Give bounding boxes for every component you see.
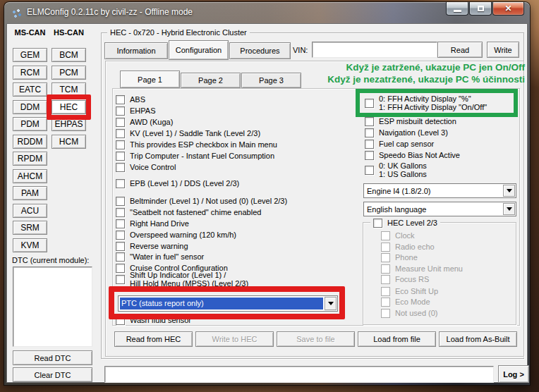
tab-page-1[interactable]: Page 1 — [120, 71, 180, 88]
ehpas-checkbox[interactable] — [116, 106, 125, 116]
overspeed-warning-checkbox[interactable] — [116, 231, 125, 240]
module-button-srm[interactable]: SRM — [13, 221, 47, 235]
module-button-ehpas[interactable]: EHPAS — [52, 117, 86, 131]
checkbox-row-right-hand-drive[interactable]: Right Hand Drive — [116, 218, 189, 229]
write-button[interactable]: Write — [487, 42, 519, 58]
read-button[interactable]: Read — [437, 42, 483, 58]
checkbox-row-abs[interactable]: ABS — [116, 94, 145, 105]
checkbox-row-kv-saddle-tank[interactable]: KV (Level 1) / Saddle Tank (Level 2/3) — [116, 128, 260, 139]
checkbox-row-gallons[interactable]: 0: UK Gallons 1: US Gallons — [365, 161, 427, 178]
clear-dtc-button[interactable]: Clear DTC — [13, 367, 92, 382]
checkbox-row-beltminder[interactable]: Beltminder (Level 1) / Not used (0) (Lev… — [116, 195, 287, 207]
tab-page-2[interactable]: Page 2 — [181, 73, 241, 88]
beltminder-checkbox[interactable] — [116, 197, 125, 206]
checkbox-row-trip-computer[interactable]: Trip Computer - Instant Fuel Consumption — [116, 150, 274, 161]
module-button-rddm[interactable]: RDDM — [13, 135, 47, 149]
shift-up-indicator-checkbox[interactable] — [116, 275, 125, 284]
phone-label: Phone — [395, 253, 418, 262]
checkbox-row-water-in-fuel[interactable]: "Water in fuel" sensor — [116, 251, 204, 262]
seatbelt-chime-checkbox[interactable] — [116, 208, 125, 217]
tab-information[interactable]: Information — [104, 42, 168, 59]
voice-control-checkbox[interactable] — [116, 163, 125, 172]
abs-checkbox[interactable] — [116, 95, 125, 104]
module-button-bcm[interactable]: BCM — [52, 48, 86, 62]
language-combobox-arrow[interactable] — [503, 203, 515, 215]
log-input[interactable] — [104, 366, 494, 383]
tab-configuration[interactable]: Configuration — [169, 40, 229, 60]
close-button[interactable]: ✕ — [492, 2, 524, 16]
right-hand-drive-checkbox[interactable] — [116, 219, 125, 228]
read-dtc-button[interactable]: Read DTC — [13, 350, 92, 365]
ffh-line-2: 1: FFH Activity Display "On/Off" — [379, 103, 487, 111]
load-from-as-built-button[interactable]: Load from As-Built — [439, 331, 517, 347]
checkbox-row-navigation[interactable]: Navigation (Level 3) — [365, 127, 448, 138]
module-button-tcm[interactable]: TCM — [52, 82, 86, 97]
checkbox-row-esp-misbuilt[interactable]: ESP misbuilt detection — [365, 116, 456, 127]
language-combobox[interactable]: English language — [363, 202, 516, 216]
kv-saddle-tank-checkbox[interactable] — [116, 129, 125, 138]
ptc-combobox[interactable]: PTC (status report only) — [118, 295, 338, 312]
maximize-button[interactable] — [469, 2, 492, 16]
checkbox-row-ffh-activity[interactable]: 0: FFH Activity Display "%" 1: FFH Activ… — [365, 94, 487, 111]
measure-unit-checkbox — [381, 264, 390, 274]
awd-checkbox[interactable] — [116, 118, 125, 127]
checkbox-row-speedo-bias[interactable]: Speedo Bias Not Active — [365, 149, 460, 161]
configuration-tab-panel: Page 1 Page 2 Page 3 ABS EHPAS AWD (Kuga… — [105, 61, 524, 357]
checkbox-row-wash-fluid[interactable]: Wash fluid sensor — [116, 314, 191, 326]
module-button-rcm[interactable]: RCM — [13, 66, 47, 80]
window-title: ELMConfig 0.2.11c by civil-zz - Offline … — [27, 2, 193, 23]
checkbox-row-ehpas[interactable]: EHPAS — [116, 105, 155, 116]
module-button-gem[interactable]: GEM — [13, 48, 47, 62]
gallons-checkbox[interactable] — [365, 166, 374, 175]
tab-procedures[interactable]: Procedures — [229, 42, 291, 59]
hec-level-checkbox[interactable] — [373, 219, 382, 228]
green-note-line-2: Když je nezatržené, ukazuje PC % účinnos… — [327, 73, 525, 85]
module-button-rpdm[interactable]: RPDM — [13, 152, 47, 166]
speedo-bias-checkbox[interactable] — [365, 151, 374, 160]
checkbox-row-awd[interactable]: AWD (Kuga) — [116, 116, 173, 128]
read-from-hec-button[interactable]: Read from HEC — [114, 331, 193, 347]
log-button[interactable]: Log > — [498, 365, 529, 383]
checkbox-row-hec-level[interactable]: HEC Level 2/3 — [370, 217, 440, 228]
module-button-ahcm[interactable]: AHCM — [13, 169, 47, 183]
wash-fluid-checkbox[interactable] — [116, 316, 125, 325]
reverse-warning-checkbox[interactable] — [116, 242, 125, 251]
checkbox-row-epb-dds[interactable]: EPB (Level 1) / DDS (Level 2/3) — [116, 178, 239, 189]
module-button-eatc[interactable]: EATC — [13, 82, 47, 97]
water-in-fuel-checkbox[interactable] — [116, 252, 125, 262]
esp-misbuilt-checkbox[interactable] — [365, 117, 374, 126]
focus-rs-checkbox — [381, 275, 390, 284]
module-button-pcm[interactable]: PCM — [52, 66, 86, 80]
minimize-button[interactable] — [446, 2, 468, 16]
checkbox-row-seatbelt-chime[interactable]: "Seatbelt not fastened" chime enabled — [116, 207, 261, 218]
fuel-cap-checkbox[interactable] — [365, 140, 374, 149]
window-body: MS-CAN HS-CAN GEM RCM EATC DDM PDM RDDM … — [6, 23, 528, 383]
module-button-hec[interactable]: HEC — [52, 100, 86, 114]
module-button-acu[interactable]: ACU — [13, 204, 47, 218]
trip-computer-checkbox[interactable] — [116, 152, 125, 161]
module-button-pam[interactable]: PAM — [13, 186, 47, 200]
epb-dds-checkbox[interactable] — [116, 179, 125, 188]
ptc-combobox-arrow[interactable] — [325, 297, 337, 310]
vin-input[interactable] — [312, 42, 437, 58]
checkbox-row-overspeed-warning[interactable]: Overspeed warning (120 km/h) — [116, 229, 236, 240]
module-button-pdm[interactable]: PDM — [13, 117, 47, 131]
app-window: ELMConfig 0.2.11c by civil-zz - Offline … — [4, 2, 530, 385]
esp-main-menu-checkbox[interactable] — [116, 140, 125, 149]
checkbox-row-shift-up-indicator[interactable]: Shift Up Indicator (Level 1) / Hill Hold… — [116, 271, 248, 288]
module-button-hcm[interactable]: HCM — [52, 135, 86, 149]
checkbox-row-reverse-warning[interactable]: Reverse warning — [116, 240, 188, 252]
engine-combobox[interactable]: Engine I4 (1.8/2.0) — [363, 183, 516, 198]
load-from-file-button[interactable]: Load from file — [358, 331, 436, 347]
tab-page-3[interactable]: Page 3 — [241, 73, 301, 88]
title-bar[interactable]: ELMConfig 0.2.11c by civil-zz - Offline … — [4, 2, 530, 23]
module-button-kvm[interactable]: KVM — [13, 238, 47, 252]
ffh-activity-checkbox[interactable] — [365, 99, 374, 108]
checkbox-row-esp-main-menu[interactable]: This provides ESP checkbox in Main menu — [116, 139, 277, 150]
engine-combobox-arrow[interactable] — [503, 185, 515, 197]
checkbox-row-fuel-cap[interactable]: Fuel cap sensor — [365, 138, 434, 149]
dtc-listbox[interactable] — [13, 267, 92, 347]
checkbox-row-voice-control[interactable]: Voice Control — [116, 161, 176, 173]
navigation-checkbox[interactable] — [365, 128, 374, 137]
module-button-ddm[interactable]: DDM — [13, 100, 47, 114]
